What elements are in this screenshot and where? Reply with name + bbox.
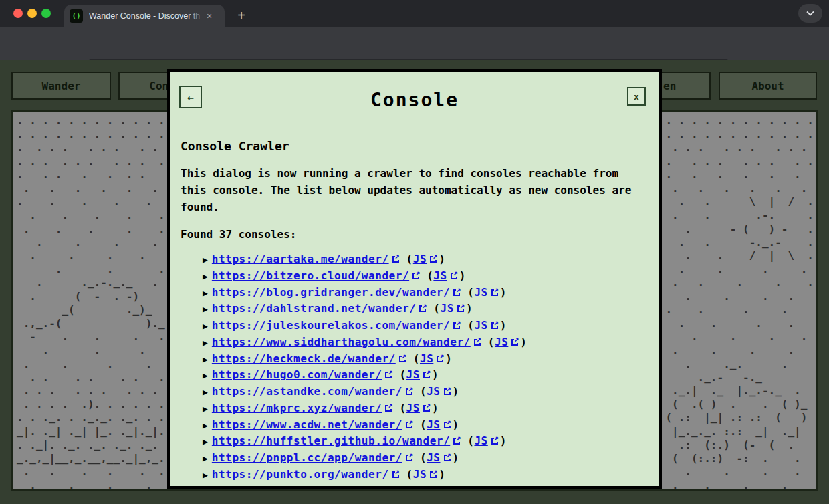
external-link-icon[interactable] bbox=[406, 455, 412, 461]
external-link-icon[interactable] bbox=[430, 256, 437, 263]
wander-page: Wander Console en About . . . . . . . . … bbox=[0, 60, 829, 504]
console-js-link[interactable]: JS bbox=[441, 302, 454, 315]
external-link-icon[interactable] bbox=[423, 372, 430, 378]
external-link-icon[interactable] bbox=[453, 322, 460, 329]
tab-close-icon[interactable]: × bbox=[207, 11, 212, 21]
external-link-icon[interactable] bbox=[423, 405, 430, 412]
console-link[interactable]: https://huffstler.github.io/wander/ bbox=[212, 434, 450, 447]
bullet-triangle-icon: ▶ bbox=[203, 420, 208, 430]
console-js-link[interactable]: JS bbox=[427, 418, 440, 431]
external-link-icon[interactable] bbox=[406, 388, 412, 395]
external-link-icon[interactable] bbox=[430, 471, 437, 478]
console-link[interactable]: https://mkprc.xyz/wander/ bbox=[212, 402, 382, 414]
tab-strip: () Wander Console - Discover th × + bbox=[0, 0, 829, 27]
bullet-triangle-icon: ▶ bbox=[203, 354, 208, 364]
console-link[interactable]: https://www.acdw.net/wander/ bbox=[212, 418, 402, 431]
external-link-icon[interactable] bbox=[437, 356, 443, 362]
console-link[interactable]: https://punkto.org/wander/ bbox=[212, 468, 389, 481]
console-js-link[interactable]: JS bbox=[427, 451, 440, 464]
bullet-triangle-icon: ▶ bbox=[203, 288, 208, 298]
console-list-item: ▶https://(JS) bbox=[181, 485, 659, 486]
console-link[interactable]: https://astandke.com/wander/ bbox=[212, 385, 402, 398]
console-link[interactable]: https://www.siddharthagolu.com/wander/ bbox=[212, 336, 471, 348]
macos-zoom-button[interactable] bbox=[41, 9, 51, 18]
console-js-link[interactable]: JS bbox=[495, 336, 508, 348]
console-list-item: ▶https://dahlstrand.net/wander/(JS) bbox=[181, 302, 659, 319]
external-link-icon[interactable] bbox=[385, 405, 392, 412]
console-js-link[interactable]: JS bbox=[413, 468, 427, 481]
bullet-triangle-icon: ▶ bbox=[203, 453, 208, 463]
console-js-link[interactable]: JS bbox=[474, 319, 487, 332]
console-link[interactable]: https://hugo0.com/wander/ bbox=[212, 368, 382, 381]
external-link-icon[interactable] bbox=[412, 273, 419, 279]
console-list-item: ▶https://juleskourelakos.com/wander/(JS) bbox=[181, 319, 659, 336]
console-list-item: ▶https://astandke.com/wander/(JS) bbox=[181, 385, 659, 402]
external-link-icon[interactable] bbox=[399, 356, 406, 362]
external-link-icon[interactable] bbox=[491, 289, 498, 296]
external-link-icon[interactable] bbox=[444, 388, 451, 395]
bullet-triangle-icon: ▶ bbox=[203, 387, 208, 397]
console-list-item: ▶https://blog.gridranger.dev/wander/(JS) bbox=[181, 286, 659, 303]
ascii-art-left: . . . . . . . . . . . . . . . . . . . . … bbox=[17, 114, 165, 491]
external-link-icon[interactable] bbox=[457, 305, 464, 312]
external-link-icon[interactable] bbox=[392, 256, 399, 263]
dialog-close-button[interactable]: x bbox=[627, 87, 646, 106]
console-js-link[interactable]: JS bbox=[413, 253, 427, 265]
console-link[interactable]: https://bitzero.cloud/wander/ bbox=[212, 269, 409, 282]
console-list: ▶https://aartaka.me/wander/(JS) ▶https:/… bbox=[181, 253, 659, 486]
chevron-down-icon bbox=[806, 11, 814, 16]
console-js-link[interactable]: JS bbox=[420, 352, 433, 365]
external-link-icon[interactable] bbox=[444, 422, 451, 428]
console-js-link[interactable]: JS bbox=[290, 485, 304, 486]
console-js-link[interactable]: JS bbox=[427, 385, 440, 398]
external-link-icon[interactable] bbox=[511, 339, 518, 346]
console-list-item: ▶https://heckmeck.de/wander/(JS) bbox=[181, 352, 659, 369]
nav-wander-label: Wander bbox=[42, 80, 81, 92]
console-link[interactable]: https://juleskourelakos.com/wander/ bbox=[212, 319, 450, 332]
external-link-icon[interactable] bbox=[385, 372, 392, 378]
macos-minimize-button[interactable] bbox=[27, 9, 37, 18]
console-js-link[interactable]: JS bbox=[474, 434, 487, 447]
crawler-heading: Console Crawler bbox=[181, 139, 289, 153]
console-js-link[interactable]: JS bbox=[474, 286, 487, 299]
browser-tab[interactable]: () Wander Console - Discover th × bbox=[64, 5, 225, 27]
external-link-icon[interactable] bbox=[419, 305, 426, 312]
console-link[interactable]: https:// bbox=[212, 485, 266, 486]
browser-window: () Wander Console - Discover th × + ← → … bbox=[0, 0, 829, 504]
found-count-line: Found 37 consoles: bbox=[181, 228, 296, 241]
tab-search-button[interactable] bbox=[798, 4, 822, 23]
new-tab-button[interactable]: + bbox=[231, 5, 251, 25]
favicon-icon: () bbox=[70, 9, 83, 23]
nav-wander-button[interactable]: Wander bbox=[11, 72, 111, 100]
bullet-triangle-icon: ▶ bbox=[203, 321, 208, 331]
crawler-description: This dialog is now running a crawler to … bbox=[181, 165, 648, 215]
console-link[interactable]: https://pnppl.cc/app/wander/ bbox=[212, 451, 402, 464]
console-list-item: ▶https://hugo0.com/wander/(JS) bbox=[181, 368, 659, 385]
bullet-triangle-icon: ▶ bbox=[203, 436, 208, 447]
console-list-item: ▶https://mkprc.xyz/wander/(JS) bbox=[181, 402, 659, 418]
console-link[interactable]: https://heckmeck.de/wander/ bbox=[212, 352, 396, 365]
nav-about-button[interactable]: About bbox=[719, 72, 817, 100]
bullet-triangle-icon: ▶ bbox=[203, 255, 208, 265]
external-link-icon[interactable] bbox=[444, 455, 451, 461]
tab-title: Wander Console - Discover th bbox=[89, 11, 204, 21]
macos-close-button[interactable] bbox=[13, 9, 23, 18]
console-link[interactable]: https://aartaka.me/wander/ bbox=[212, 253, 389, 265]
console-list-item: ▶https://huffstler.github.io/wander/(JS) bbox=[181, 434, 659, 451]
external-link-icon[interactable] bbox=[474, 339, 481, 346]
external-link-icon[interactable] bbox=[406, 422, 412, 428]
external-link-icon[interactable] bbox=[491, 438, 498, 445]
console-link[interactable]: https://blog.gridranger.dev/wander/ bbox=[212, 286, 450, 299]
console-js-link[interactable]: JS bbox=[406, 368, 420, 381]
console-js-link[interactable]: JS bbox=[406, 402, 420, 414]
bullet-triangle-icon: ▶ bbox=[203, 338, 208, 348]
external-link-icon[interactable] bbox=[392, 471, 399, 478]
console-list-item: ▶https://www.acdw.net/wander/(JS) bbox=[181, 418, 659, 435]
external-link-icon[interactable] bbox=[451, 273, 457, 279]
external-link-icon[interactable] bbox=[491, 322, 498, 329]
bullet-triangle-icon: ▶ bbox=[203, 271, 208, 281]
console-js-link[interactable]: JS bbox=[433, 269, 447, 282]
external-link-icon[interactable] bbox=[453, 438, 460, 445]
console-link[interactable]: https://dahlstrand.net/wander/ bbox=[212, 302, 416, 315]
external-link-icon[interactable] bbox=[453, 289, 460, 296]
